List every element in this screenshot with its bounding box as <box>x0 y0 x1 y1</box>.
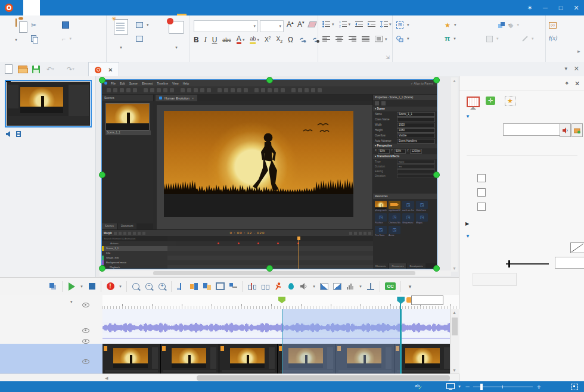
reset-color-button[interactable] <box>473 273 517 286</box>
tab-media-icon[interactable] <box>467 97 480 107</box>
tab-questions[interactable] <box>57 0 73 15</box>
delete-range-icon[interactable] <box>200 281 213 292</box>
green-screen-header[interactable]: ▼ <box>465 232 470 239</box>
increase-indent-icon[interactable] <box>368 21 375 27</box>
volume-dropdown[interactable]: ▾ <box>357 281 364 292</box>
bullets-icon[interactable] <box>322 21 331 27</box>
slide-thumbnail[interactable] <box>5 80 92 127</box>
import-source-button[interactable] <box>571 123 583 137</box>
line-button[interactable]: ▾ <box>522 33 534 44</box>
main-timeline-row[interactable]: ▾ <box>0 295 103 310</box>
zoom-in-button[interactable]: + <box>536 382 541 391</box>
ribbon-overflow-arrow[interactable]: ▸ <box>577 48 580 54</box>
format-painter-button[interactable]: ⌐▾ <box>62 33 72 44</box>
zoom-in-icon[interactable]: + <box>156 281 169 292</box>
equation-button[interactable]: π▾ <box>445 33 456 44</box>
align-center-icon[interactable] <box>336 36 343 42</box>
resize-handle-ne[interactable] <box>433 77 440 83</box>
source-input[interactable] <box>503 123 564 136</box>
subscript-button[interactable]: X2 <box>277 36 283 43</box>
shrink-font-button[interactable]: A▾ <box>297 20 305 29</box>
save-button[interactable] <box>32 64 40 74</box>
record-dropdown[interactable]: ▾ <box>117 281 124 292</box>
tolerance-input[interactable] <box>555 257 584 269</box>
clear-formatting-icon[interactable] <box>307 21 317 27</box>
track-row-system-audio[interactable] <box>0 322 103 334</box>
align-left-icon[interactable] <box>322 36 330 42</box>
pane-close-icon[interactable]: ✕ <box>574 65 579 73</box>
highlight-button[interactable]: ab <box>250 36 256 44</box>
tab-format[interactable] <box>173 0 190 15</box>
resize-handle-nw[interactable] <box>99 77 105 83</box>
reset-button[interactable] <box>136 33 145 44</box>
track-row-slide[interactable] <box>0 309 103 323</box>
loop-checkbox[interactable] <box>477 174 486 182</box>
document-tab[interactable]: × <box>88 62 119 77</box>
symbol-button[interactable]: Ω <box>288 36 293 44</box>
italic-button[interactable]: I <box>204 35 207 44</box>
duplicate-button[interactable] <box>62 20 71 30</box>
shapes-button[interactable]: ▾ <box>396 33 409 44</box>
cursor-path-icon[interactable] <box>271 281 284 292</box>
insert-marker-icon[interactable] <box>364 281 377 292</box>
video-object[interactable]: FileEditSceneElementTimelineViewHelp✓ Al… <box>101 79 437 269</box>
adjust-volume-icon[interactable] <box>344 281 357 292</box>
resize-handle-sw[interactable] <box>99 265 105 272</box>
distribute-icon[interactable] <box>375 36 383 42</box>
interactions-button[interactable]: ★▾ <box>445 20 456 30</box>
justify-icon[interactable] <box>362 36 369 42</box>
tab-size-icon[interactable]: ✛ <box>486 97 495 105</box>
canvas-vscrollbar[interactable]: ▲ ▼ <box>451 77 458 272</box>
panel-close-icon[interactable]: ✕ <box>574 80 580 87</box>
visibility-icon[interactable] <box>82 302 89 307</box>
line-spacing-icon[interactable] <box>380 21 388 27</box>
autoplay-checkbox[interactable] <box>477 188 486 197</box>
grow-font-button[interactable]: A▴ <box>287 20 294 29</box>
export-audio-button[interactable] <box>560 123 571 137</box>
resize-handle-w[interactable] <box>99 172 105 178</box>
container-button[interactable]: ⊞▾ <box>396 20 409 30</box>
preview-dropdown[interactable]: ▾ <box>458 384 461 389</box>
close-button[interactable]: ✕ <box>569 0 584 15</box>
zoom-out-button[interactable]: − <box>465 382 470 391</box>
cut-button[interactable]: ✂ <box>31 20 38 30</box>
timeline-selection-range[interactable] <box>282 309 402 374</box>
fill-button[interactable]: ◆▾ <box>508 20 519 30</box>
paste-button[interactable]: ▾ <box>4 18 29 43</box>
tab-home[interactable] <box>23 0 40 15</box>
resize-handle-n[interactable] <box>266 77 273 83</box>
zoom-out-icon[interactable]: − <box>142 281 156 292</box>
resize-handle-se[interactable] <box>433 265 440 272</box>
hyperlink-icon[interactable] <box>299 37 306 43</box>
split-range-icon[interactable] <box>245 281 258 292</box>
resize-handle-e[interactable] <box>433 172 440 178</box>
tab-transitions[interactable] <box>90 0 107 15</box>
pin-icon[interactable]: ✶ <box>522 0 538 15</box>
tab-animations[interactable] <box>107 0 123 15</box>
audio-icon[interactable] <box>297 281 310 292</box>
redo-button[interactable]: ↷ ▾ <box>67 64 74 74</box>
font-family-select[interactable]: ▾ <box>194 20 258 32</box>
tab-help[interactable] <box>157 0 173 15</box>
tab-view[interactable] <box>140 0 157 15</box>
join-range-icon[interactable] <box>258 281 271 292</box>
align-right-icon[interactable] <box>349 36 356 42</box>
fade-out-icon[interactable] <box>331 281 344 292</box>
tab-insert[interactable] <box>40 0 57 15</box>
open-button[interactable] <box>18 64 27 74</box>
fade-in-icon[interactable] <box>318 281 331 292</box>
green-screen-icon[interactable] <box>284 281 297 292</box>
show-media-controls-checkbox[interactable] <box>477 203 486 211</box>
track-row-video-001[interactable] <box>0 344 103 374</box>
font-color-button[interactable]: A <box>237 36 241 44</box>
numbering-icon[interactable]: 12 <box>339 21 347 27</box>
audio-dropdown[interactable]: ▾ <box>310 281 318 292</box>
zoom-fit-icon[interactable] <box>129 281 142 292</box>
preview-device-icon[interactable] <box>446 383 455 390</box>
underline-button[interactable]: U <box>212 36 218 44</box>
tolerance-slider-thumb[interactable] <box>508 260 510 267</box>
crop-icon[interactable] <box>213 281 226 292</box>
split-merge-icon[interactable] <box>226 281 240 292</box>
play-button[interactable] <box>65 281 78 292</box>
cursor-effects-header[interactable]: ▶ <box>465 219 469 226</box>
